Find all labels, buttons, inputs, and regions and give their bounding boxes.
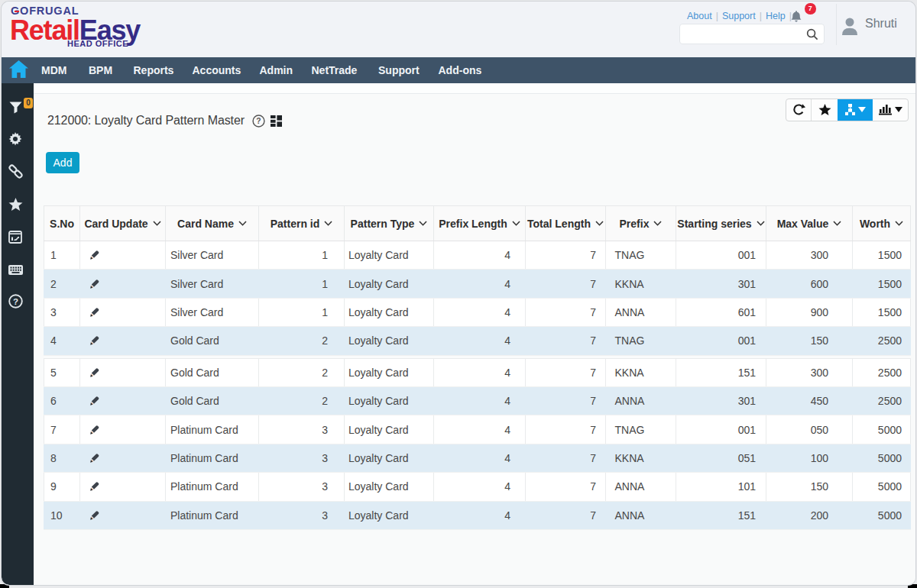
svg-text:?: ? [256, 117, 261, 125]
svg-text:?: ? [12, 296, 18, 305]
